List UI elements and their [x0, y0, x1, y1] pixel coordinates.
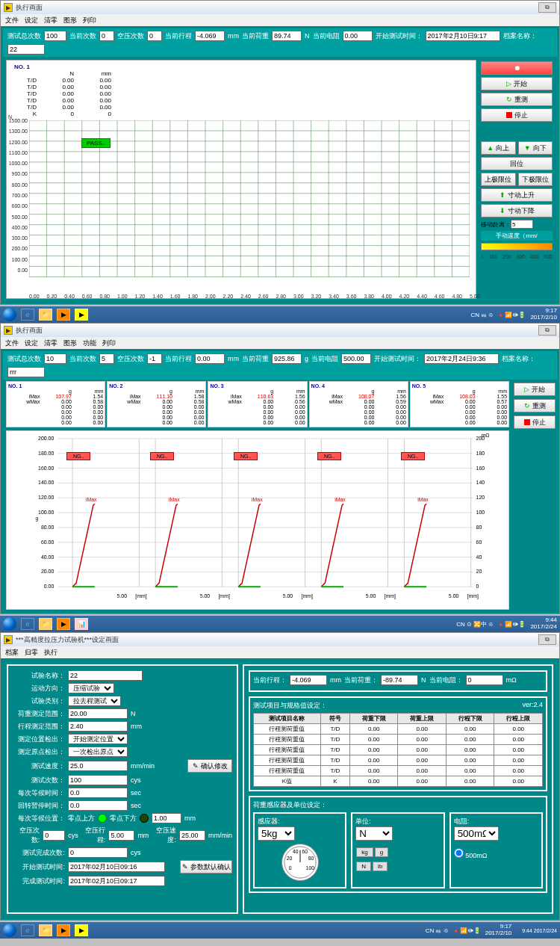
res-radio[interactable]	[454, 848, 464, 858]
lower-limit-button[interactable]: 下极限位	[518, 173, 553, 186]
slider-ticks: 1100200300400500	[481, 254, 553, 259]
control-panel: ⏺ ▷开始 ↻重测 停止 ▲向上 ▼向下 回位 上极限位 下极限位 ⬆寸动上升 …	[479, 60, 554, 299]
record-button[interactable]: ⏺	[481, 61, 553, 75]
home-button[interactable]: 回位	[481, 157, 553, 170]
settings-left: 试验名称： 运动方向：压缩试验 试验类别：拉去程测试 荷重测定范围：N 行程测定…	[7, 664, 238, 914]
ie-icon[interactable]: e	[21, 618, 34, 630]
menu-print[interactable]: 列印	[83, 16, 96, 25]
app-taskbar-icon-2[interactable]: 📊	[75, 618, 88, 630]
svg-text:[mm]: [mm]	[467, 593, 479, 599]
remeasure-button[interactable]: ↻重测	[481, 93, 553, 106]
title-1: 执行画面	[16, 3, 43, 13]
down-button[interactable]: ▼向下	[518, 141, 553, 155]
sensor-box: 感应器: 5kg 020406080100	[253, 812, 346, 888]
svg-text:60.00: 60.00	[41, 540, 55, 545]
pass-tag: PASS..	[81, 138, 111, 148]
control-panel-2: ▷开始 ↻重测 停止	[512, 380, 557, 611]
svg-text:20: 20	[476, 569, 482, 574]
window-3: ▶ ***高精度拉压力试验机***设定画面 ⧉ 档案 归零 执行 试验名称： 运…	[0, 632, 560, 921]
cur-count[interactable]	[99, 31, 114, 41]
svg-text:80: 80	[476, 525, 482, 530]
folder-icon[interactable]: 📁	[39, 618, 52, 630]
chart-area-1: NO. 1 Nmm T/D0.000.00T/D0.000.00T/D0.000…	[6, 60, 476, 299]
menu-set[interactable]: 设定	[25, 16, 38, 25]
svg-text:40: 40	[293, 849, 299, 854]
start-orb[interactable]	[3, 924, 16, 937]
ie-icon[interactable]: e	[21, 309, 34, 321]
total-tests[interactable]	[44, 31, 66, 41]
svg-text:60: 60	[476, 540, 482, 545]
stop-button[interactable]: 停止	[481, 108, 553, 122]
stop-button-2[interactable]: 停止	[514, 415, 556, 429]
window-2: ▶ 执行画面 ⧉ 文件 设定 清零 图形 功能 列印 测试总次数 当前次数 空压…	[0, 323, 560, 614]
resistance-box: 电阻: 500mΩ 500mΩ	[449, 812, 543, 888]
menu-zero[interactable]: 清零	[44, 16, 57, 25]
confirm-modify-button[interactable]: ✎ 确认修改	[187, 759, 232, 773]
media-icon[interactable]: ▶	[57, 618, 70, 630]
jog-down-button[interactable]: ⬇寸动下降	[481, 204, 553, 217]
titlebar-2: ▶ 执行画面 ⧉	[1, 324, 559, 337]
settings-right: 当前行程：mm 当前荷重：N 当前电阻：mΩ 测试项目与规格值设定： ver:2…	[243, 664, 553, 914]
move-dist-input[interactable]	[511, 220, 533, 229]
sensor-select[interactable]: 5kg	[258, 826, 295, 841]
ime-indicator[interactable]: CN ㎳ ⊙	[470, 311, 493, 319]
svg-text:80: 80	[308, 856, 314, 861]
titlebar-3: ▶ ***高精度拉压力试验机***设定画面 ⧉	[1, 633, 559, 646]
media-icon[interactable]: ▶	[57, 309, 70, 321]
clock[interactable]: 9:172017/2/10	[530, 308, 557, 321]
title-3: ***高精度拉压力试验机***设定画面	[16, 635, 119, 645]
svg-text:40.00: 40.00	[41, 554, 55, 560]
remeasure-button-2[interactable]: ↻重测	[514, 399, 556, 412]
svg-text:60: 60	[302, 849, 308, 854]
svg-text:20.00: 20.00	[41, 569, 55, 574]
svg-text:[mm]: [mm]	[302, 593, 313, 599]
close-icon[interactable]: ⧉	[538, 325, 556, 336]
close-icon[interactable]: ⧉	[538, 2, 556, 13]
app-taskbar-icon[interactable]: ▶	[75, 309, 88, 321]
taskbar-1: e 📁 ▶ ▶ CN ㎳ ⊙ 🔺📶🕪🔋 9:172017/2/10	[0, 306, 560, 323]
menubar-1: 文件 设定 清零 图形 列印	[1, 14, 559, 26]
zero-down-led[interactable]	[140, 814, 149, 823]
param-table[interactable]: 测试项目名称符号荷重下限荷重上限行程下限行程上限 行程测荷重值T/D0.000.…	[253, 713, 543, 787]
start-orb[interactable]	[3, 617, 16, 631]
svg-text:iMax: iMax	[252, 497, 263, 502]
upper-limit-button[interactable]: 上极限位	[481, 173, 516, 186]
direction-select[interactable]: 压缩试验	[68, 683, 114, 693]
status-bar-1: 测试总次数 当前次数 空压次数 当前行程mm 当前荷重N 当前电阻 开始测试时间…	[3, 28, 557, 57]
unit-select[interactable]: N	[355, 826, 393, 841]
app-icon: ▶	[4, 635, 13, 644]
start-button[interactable]: ▷开始	[481, 77, 553, 90]
svg-text:[mm]: [mm]	[218, 593, 229, 599]
file-name[interactable]	[7, 44, 45, 55]
svg-text:100: 100	[476, 510, 485, 515]
confirm-default-button[interactable]: ✎ 参数默认确认	[180, 860, 232, 874]
speed-slider[interactable]	[481, 243, 553, 250]
load	[272, 31, 302, 41]
ime-indicator[interactable]: CN ⊙ 🔀中 ⊙	[456, 620, 493, 628]
svg-text:160.00: 160.00	[38, 466, 54, 471]
start-time	[426, 31, 500, 41]
jog-up-button[interactable]: ⬆寸动上升	[481, 188, 553, 202]
status-bar-2: 测试总次数 当前次数 空压次数 当前行程mm 当前荷重g 当前电阻 开始测试时间…	[3, 351, 557, 380]
res-select[interactable]: 500mΩ	[454, 826, 499, 841]
tray-icons[interactable]: 🔺📶🕪🔋	[497, 621, 526, 628]
clock[interactable]: 9:442017/2/24	[530, 617, 557, 631]
title-2: 执行画面	[16, 326, 43, 336]
menu-file[interactable]: 文件	[5, 16, 19, 25]
up-button[interactable]: ▲向上	[481, 141, 516, 155]
start-orb[interactable]	[3, 308, 16, 321]
data-table-1: NO. 1 Nmm T/D0.000.00T/D0.000.00T/D0.000…	[7, 61, 476, 120]
svg-text:5.00: 5.00	[283, 593, 293, 599]
test-name-input[interactable]	[68, 670, 143, 681]
tray-icons[interactable]: 🔺📶🕪🔋	[497, 312, 526, 318]
menu-graph[interactable]: 图形	[63, 16, 77, 25]
close-icon[interactable]: ⧉	[538, 634, 556, 645]
folder-icon[interactable]: 📁	[39, 309, 52, 321]
menubar-3: 档案 归零 执行	[1, 646, 559, 658]
zero-up-led[interactable]	[98, 814, 107, 823]
testtype-select[interactable]: 拉去程测试	[68, 696, 121, 706]
sensor-panel: 荷重感应器及单位设定： 感应器: 5kg 020406080100 单位: N	[249, 796, 547, 893]
start-button-2[interactable]: ▷开始	[514, 383, 556, 396]
empty-count[interactable]	[147, 31, 162, 41]
svg-text:iMax: iMax	[417, 497, 429, 502]
